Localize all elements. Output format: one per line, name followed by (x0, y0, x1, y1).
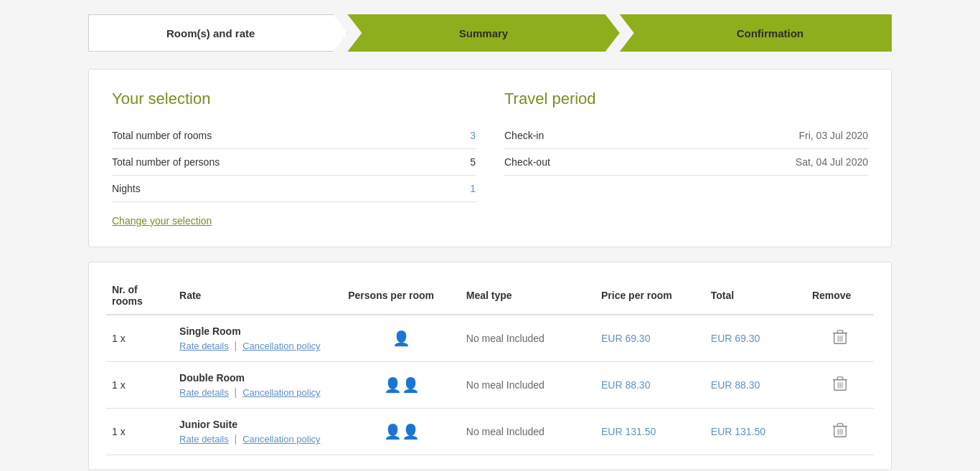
rooms-label: Total number of rooms (112, 130, 433, 141)
rate-details-link-0[interactable]: Rate details (179, 341, 229, 351)
price-value-2: EUR 131.50 (601, 426, 656, 437)
room-name-0: Single Room (179, 325, 336, 337)
nights-value: 1 (433, 183, 476, 194)
step-confirmation-label: Confirmation (737, 27, 804, 39)
room-total-0: EUR 69.30 (705, 315, 806, 362)
svg-rect-14 (837, 423, 842, 426)
col-header-price: Price per room (595, 277, 705, 315)
room-links-1: Rate details | Cancellation policy (179, 386, 320, 398)
table-row: 1 x Junior Suite Rate details | Cancella… (106, 409, 874, 455)
meal-text-1: No meal Included (466, 379, 545, 391)
room-quantity-0: 1 x (106, 315, 174, 362)
room-price-0: EUR 69.30 (595, 315, 705, 362)
persons-label: Total number of persons (112, 156, 433, 168)
room-persons-2: 👤👤 (342, 409, 461, 455)
room-remove-1[interactable] (806, 362, 874, 409)
checkout-label: Check-out (504, 156, 753, 168)
selection-right: Travel period Check-in Fri, 03 Jul 2020 … (504, 90, 868, 227)
selection-left: Your selection Total number of rooms 3 T… (112, 90, 476, 227)
room-meal-2: No meal Included (461, 409, 595, 455)
link-separator-0: | (235, 340, 237, 351)
cancellation-link-2[interactable]: Cancellation policy (242, 434, 320, 444)
room-price-2: EUR 131.50 (595, 409, 705, 455)
nights-label: Nights (112, 183, 433, 194)
nights-row: Nights 1 (112, 176, 476, 202)
total-value-0: EUR 69.30 (711, 333, 760, 344)
table-row: 1 x Single Room Rate details | Cancellat… (106, 315, 874, 362)
col-header-rate: Rate (174, 277, 342, 315)
step-summary[interactable]: Summary (347, 14, 619, 52)
rooms-table: Nr. of rooms Rate Persons per room Meal … (106, 277, 874, 455)
step-rooms-label: Room(s) and rate (166, 27, 255, 39)
room-rate-1: Double Room Rate details | Cancellation … (174, 362, 342, 409)
checkout-value: Sat, 04 Jul 2020 (753, 156, 868, 168)
cancellation-link-0[interactable]: Cancellation policy (242, 341, 320, 351)
checkin-row: Check-in Fri, 03 Jul 2020 (504, 123, 868, 149)
room-remove-2[interactable] (806, 409, 874, 455)
table-row: 1 x Double Room Rate details | Cancellat… (106, 362, 874, 409)
cancellation-link-1[interactable]: Cancellation policy (242, 387, 320, 398)
rate-details-link-2[interactable]: Rate details (179, 434, 229, 444)
rooms-table-card: Nr. of rooms Rate Persons per room Meal … (88, 262, 892, 470)
step-summary-label: Summary (459, 27, 508, 39)
delete-icon-0[interactable] (832, 328, 848, 347)
col-header-persons: Persons per room (342, 277, 461, 315)
price-value-1: EUR 88.30 (601, 379, 650, 391)
rate-details-link-1[interactable]: Rate details (179, 387, 229, 398)
room-persons-0: 👤 (342, 315, 461, 362)
steps-bar: Room(s) and rate Summary Confirmation (88, 14, 892, 52)
room-persons-1: 👤👤 (342, 362, 461, 409)
travel-title: Travel period (504, 90, 868, 108)
page-wrapper: Room(s) and rate Summary Confirmation Yo… (74, 0, 906, 471)
meal-text-2: No meal Included (466, 426, 545, 437)
room-quantity-2: 1 x (106, 409, 174, 455)
room-name-2: Junior Suite (179, 419, 336, 430)
room-rate-0: Single Room Rate details | Cancellation … (174, 315, 342, 362)
meal-text-0: No meal Included (466, 333, 545, 344)
room-rate-2: Junior Suite Rate details | Cancellation… (174, 409, 342, 455)
total-value-2: EUR 131.50 (711, 426, 765, 437)
step-rooms[interactable]: Room(s) and rate (88, 14, 347, 52)
room-name-1: Double Room (179, 372, 336, 384)
room-links-0: Rate details | Cancellation policy (179, 340, 320, 351)
room-total-2: EUR 131.50 (705, 409, 806, 455)
col-header-remove: Remove (806, 277, 874, 315)
link-separator-2: | (235, 433, 237, 444)
link-separator-1: | (235, 386, 237, 398)
col-header-meal: Meal type (461, 277, 595, 315)
delete-icon-1[interactable] (832, 375, 848, 394)
selection-title: Your selection (112, 90, 476, 108)
rooms-row: Total number of rooms 3 (112, 123, 476, 149)
col-header-nr: Nr. of rooms (106, 277, 174, 315)
price-value-0: EUR 69.30 (601, 333, 650, 344)
room-price-1: EUR 88.30 (595, 362, 705, 409)
room-quantity-1: 1 x (106, 362, 174, 409)
room-total-1: EUR 88.30 (705, 362, 806, 409)
change-selection-link[interactable]: Change your selection (112, 215, 212, 227)
persons-row: Total number of persons 5 (112, 149, 476, 176)
room-links-2: Rate details | Cancellation policy (179, 433, 320, 444)
checkout-row: Check-out Sat, 04 Jul 2020 (504, 149, 868, 176)
step-confirmation[interactable]: Confirmation (620, 14, 892, 52)
table-header-row: Nr. of rooms Rate Persons per room Meal … (106, 277, 874, 315)
selection-grid: Your selection Total number of rooms 3 T… (112, 90, 868, 227)
total-value-1: EUR 88.30 (711, 379, 760, 391)
person-icon-1: 👤👤 (384, 376, 420, 394)
col-header-total: Total (705, 277, 806, 315)
room-remove-0[interactable] (806, 315, 874, 362)
rooms-value: 3 (433, 130, 476, 141)
persons-value: 5 (433, 156, 476, 168)
room-meal-1: No meal Included (461, 362, 595, 409)
checkin-label: Check-in (504, 130, 753, 141)
delete-icon-2[interactable] (832, 422, 848, 440)
svg-rect-8 (837, 376, 842, 379)
checkin-value: Fri, 03 Jul 2020 (753, 130, 868, 141)
selection-card: Your selection Total number of rooms 3 T… (88, 69, 892, 247)
svg-rect-2 (837, 330, 842, 333)
person-icon-0: 👤 (392, 330, 410, 347)
room-meal-0: No meal Included (461, 315, 595, 362)
person-icon-2: 👤👤 (384, 423, 420, 440)
